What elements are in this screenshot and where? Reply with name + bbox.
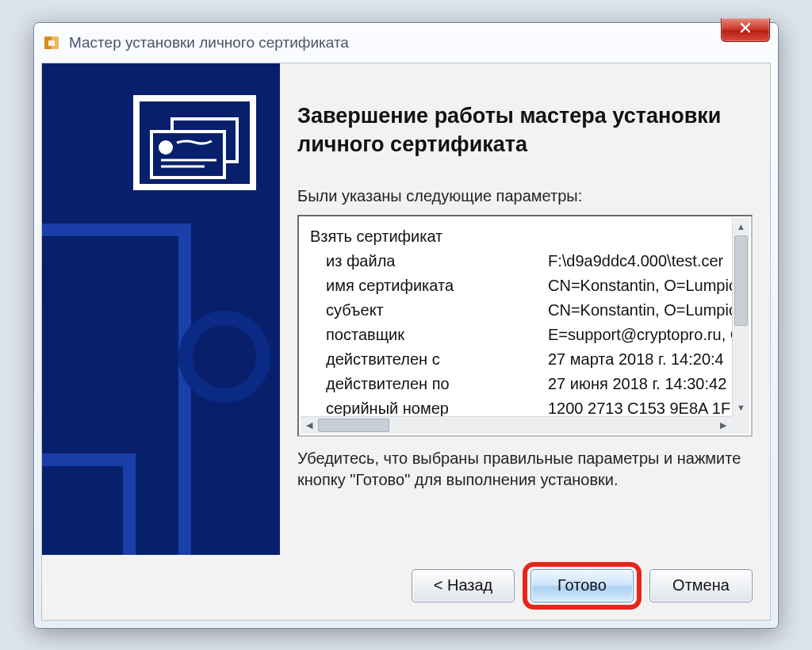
page-heading: Завершение работы мастера установки личн… bbox=[297, 101, 753, 159]
param-row: поставщикE=support@cryptopro.ru, C bbox=[310, 323, 745, 347]
param-row: субъектCN=Konstantin, O=Lumpic bbox=[310, 298, 745, 323]
horizontal-scrollbar[interactable]: ◀ ▶ bbox=[301, 416, 732, 434]
param-row: имя сертификатаCN=Konstantin, O=Lumpic bbox=[310, 273, 745, 298]
wizard-sidebar bbox=[42, 63, 280, 555]
button-bar: < Назад Готово Отмена bbox=[42, 555, 770, 620]
cancel-button[interactable]: Отмена bbox=[649, 569, 753, 602]
titlebar: Мастер установки личного сертификата bbox=[34, 23, 778, 63]
params-intro: Были указаны следующие параметры: bbox=[297, 187, 753, 205]
param-row: из файлаF:\d9a9ddc4.000\test.cer bbox=[310, 249, 745, 273]
app-icon bbox=[42, 33, 61, 52]
scroll-thumb[interactable] bbox=[734, 235, 748, 325]
param-group-header: Взять сертификат bbox=[310, 224, 745, 249]
close-button[interactable] bbox=[721, 18, 770, 42]
hint-text: Убедитесь, что выбраны правильные параме… bbox=[297, 448, 753, 491]
back-button[interactable]: < Назад bbox=[412, 569, 515, 602]
svg-rect-2 bbox=[48, 40, 55, 46]
vertical-scrollbar[interactable]: ▲ ▼ bbox=[732, 218, 749, 416]
finish-button[interactable]: Готово bbox=[530, 569, 634, 602]
wizard-content: Завершение работы мастера установки личн… bbox=[280, 63, 770, 555]
scroll-left-icon: ◀ bbox=[301, 417, 318, 434]
client-area: Завершение работы мастера установки личн… bbox=[41, 63, 771, 621]
svg-point-13 bbox=[159, 140, 173, 155]
close-icon bbox=[739, 21, 752, 38]
window-title: Мастер установки личного сертификата bbox=[69, 34, 349, 52]
params-list: Взять сертификат из файлаF:\d9a9ddc4.000… bbox=[299, 216, 751, 435]
wizard-window: Мастер установки личного сертификата bbox=[33, 22, 779, 629]
scroll-down-icon: ▼ bbox=[733, 399, 749, 416]
svg-rect-12 bbox=[153, 133, 223, 176]
svg-point-6 bbox=[193, 325, 256, 388]
scroll-up-icon: ▲ bbox=[733, 218, 749, 235]
scroll-corner bbox=[732, 416, 749, 434]
param-row: действителен по27 июня 2018 г. 14:30:42 bbox=[310, 372, 745, 396]
scroll-right-icon: ▶ bbox=[714, 417, 732, 434]
scroll-thumb[interactable] bbox=[318, 419, 389, 432]
param-row: действителен с27 марта 2018 г. 14:20:4 bbox=[310, 347, 745, 372]
params-listbox: Взять сертификат из файлаF:\d9a9ddc4.000… bbox=[297, 215, 753, 437]
